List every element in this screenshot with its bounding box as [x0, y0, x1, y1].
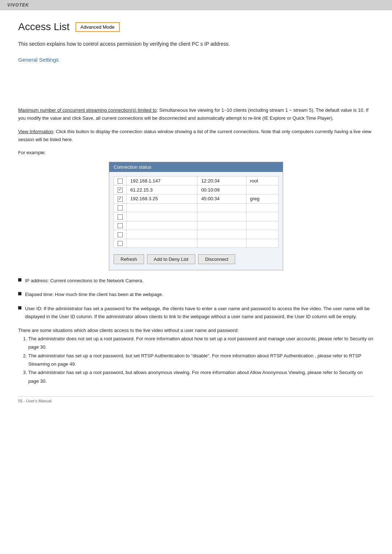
- main-content: Access List Advanced Mode This section e…: [0, 10, 392, 418]
- row-user: [246, 212, 278, 221]
- row-ip: [127, 221, 197, 230]
- advanced-mode-button[interactable]: Advanced Mode: [75, 22, 120, 32]
- row-user: [246, 221, 278, 230]
- row-time: [197, 230, 246, 239]
- table-row: [114, 239, 278, 248]
- row-checkbox[interactable]: [114, 221, 127, 230]
- row-ip: 61.22.15.3: [127, 185, 197, 194]
- situations-list: The administrator does not set up a root…: [28, 335, 374, 385]
- row-user: [246, 239, 278, 248]
- table-row: [114, 212, 278, 221]
- row-time: 12:20:34: [197, 176, 246, 185]
- row-ip: [127, 203, 197, 212]
- row-checkbox[interactable]: [114, 185, 127, 194]
- connection-status-window: Connection status 192.168.1.14712:20:34r…: [109, 162, 283, 271]
- general-settings-title[interactable]: General Settings: [18, 57, 374, 63]
- max-connections-text: Maximum number of concurrent streaming c…: [18, 106, 374, 122]
- connection-table: 192.168.1.14712:20:34root61.22.15.300:10…: [114, 176, 278, 248]
- bullet-text-ip: IP address: Current connections to the N…: [25, 277, 143, 285]
- row-user: greg: [246, 194, 278, 203]
- connection-table-inner: 192.168.1.14712:20:34root61.22.15.300:10…: [109, 172, 283, 270]
- connection-buttons-row: Refresh Add to Deny List Disconnect: [114, 252, 278, 266]
- row-user: root: [246, 176, 278, 185]
- view-info-label: View Information: [18, 129, 53, 134]
- max-connections-label: Maximum number of concurrent streaming c…: [18, 107, 156, 113]
- table-row: [114, 230, 278, 239]
- situations-intro: There are some situations which allow cl…: [18, 327, 374, 335]
- situation-item-3: The administrator has set up a root pass…: [28, 368, 374, 385]
- row-time: 00:10:09: [197, 185, 246, 194]
- disconnect-button[interactable]: Disconnect: [198, 254, 235, 264]
- situation-item-2: The administrator has set up a root pass…: [28, 352, 374, 369]
- row-time: [197, 212, 246, 221]
- row-time: [197, 239, 246, 248]
- bullet-icon-ip: [18, 278, 21, 282]
- row-user: [246, 230, 278, 239]
- situations-paragraph: There are some situations which allow cl…: [18, 327, 374, 385]
- bullet-item-elapsed: Elapsed time: How much time the client h…: [18, 291, 374, 299]
- for-example-text: For example:: [18, 149, 374, 157]
- refresh-button[interactable]: Refresh: [114, 254, 144, 264]
- row-checkbox[interactable]: [114, 230, 127, 239]
- table-row: [114, 203, 278, 212]
- row-ip: [127, 230, 197, 239]
- view-info-text: View Information: Click this button to d…: [18, 128, 374, 144]
- footer-text: 56 - User's Manual: [18, 396, 374, 403]
- row-user: [246, 203, 278, 212]
- row-checkbox[interactable]: [114, 203, 127, 212]
- table-row: 192.168.1.14712:20:34root: [114, 176, 278, 185]
- connection-status-title: Connection status: [109, 162, 283, 172]
- row-time: [197, 203, 246, 212]
- bullet-item-ip: IP address: Current connections to the N…: [18, 277, 374, 285]
- situation-item-1: The administrator does not set up a root…: [28, 335, 374, 352]
- row-time: 45:00:34: [197, 194, 246, 203]
- row-ip: [127, 212, 197, 221]
- description-text: This section explains how to control acc…: [18, 40, 374, 48]
- bullet-icon-userid: [18, 306, 21, 309]
- add-to-deny-list-button[interactable]: Add to Deny List: [147, 254, 195, 264]
- row-checkbox[interactable]: [114, 194, 127, 203]
- bullet-text-userid: User ID: If the administrator has set a …: [25, 305, 374, 321]
- row-checkbox[interactable]: [114, 176, 127, 185]
- bullet-icon-elapsed: [18, 292, 21, 295]
- page-title: Access List: [18, 21, 70, 33]
- row-ip: [127, 239, 197, 248]
- table-row: 192.168.3.2545:00:34greg: [114, 194, 278, 203]
- row-checkbox[interactable]: [114, 212, 127, 221]
- bullet-section: IP address: Current connections to the N…: [18, 277, 374, 320]
- row-ip: 192.168.3.25: [127, 194, 197, 203]
- view-info-body: : Click this button to display the conne…: [18, 129, 371, 142]
- top-bar: VIVOTEK: [0, 0, 392, 10]
- row-time: [197, 221, 246, 230]
- row-ip: 192.168.1.147: [127, 176, 197, 185]
- bullet-item-userid: User ID: If the administrator has set a …: [18, 305, 374, 321]
- brand-label: VIVOTEK: [7, 3, 29, 8]
- page-title-row: Access List Advanced Mode: [18, 21, 374, 33]
- table-row: 61.22.15.300:10:09: [114, 185, 278, 194]
- row-user: [246, 185, 278, 194]
- bullet-text-elapsed: Elapsed time: How much time the client h…: [25, 291, 163, 299]
- table-row: [114, 221, 278, 230]
- row-checkbox[interactable]: [114, 239, 127, 248]
